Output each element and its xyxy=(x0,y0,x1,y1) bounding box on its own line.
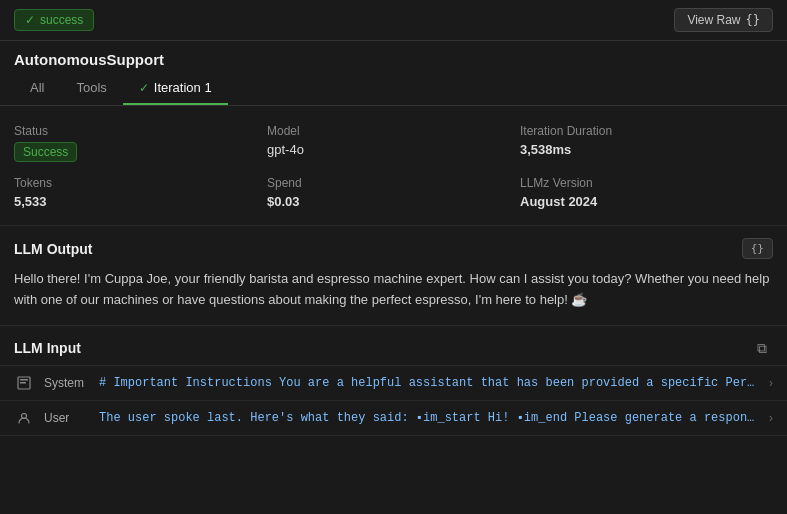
status-cell: Status Success xyxy=(14,120,267,172)
check-icon: ✓ xyxy=(25,13,35,27)
system-row-content: # Important Instructions You are a helpf… xyxy=(99,376,759,390)
status-value: Success xyxy=(14,142,267,162)
llmz-version-cell: LLMz Version August 2024 xyxy=(520,172,773,219)
iteration-duration-label: Iteration Duration xyxy=(520,124,773,138)
tab-iteration1[interactable]: ✓ Iteration 1 xyxy=(123,72,228,105)
iteration-duration-cell: Iteration Duration 3,538ms xyxy=(520,120,773,172)
view-raw-label: View Raw xyxy=(687,13,740,27)
system-icon xyxy=(14,376,34,390)
tab-tools[interactable]: Tools xyxy=(60,72,122,105)
tokens-label: Tokens xyxy=(14,176,267,190)
view-raw-icon: {} xyxy=(746,13,760,27)
tokens-value: 5,533 xyxy=(14,194,267,209)
llm-output-title: LLM Output xyxy=(14,241,93,257)
llmz-version-value: August 2024 xyxy=(520,194,773,209)
input-row-system[interactable]: System # Important Instructions You are … xyxy=(0,366,787,401)
tab-all-label: All xyxy=(30,80,44,95)
llm-input-section: LLM Input ⧉ System # Important Instructi… xyxy=(0,326,787,436)
svg-rect-2 xyxy=(20,382,26,384)
llm-output-section: LLM Output {} Hello there! I'm Cuppa Joe… xyxy=(0,226,787,326)
success-badge: ✓ success xyxy=(14,9,94,31)
user-chevron-icon: › xyxy=(769,411,773,425)
user-row-content: The user spoke last. Here's what they sa… xyxy=(99,411,759,425)
system-row-type: System xyxy=(44,376,89,390)
spend-label: Spend xyxy=(267,176,520,190)
llm-input-copy-button[interactable]: ⧉ xyxy=(751,338,773,359)
llmz-version-label: LLMz Version xyxy=(520,176,773,190)
tabs-bar: All Tools ✓ Iteration 1 xyxy=(0,72,787,106)
svg-rect-1 xyxy=(20,379,28,381)
spend-cell: Spend $0.03 xyxy=(267,172,520,219)
user-icon xyxy=(14,411,34,425)
model-value: gpt-4o xyxy=(267,142,520,157)
tab-check-icon: ✓ xyxy=(139,81,149,95)
status-success-badge: Success xyxy=(14,142,77,162)
iteration-duration-value: 3,538ms xyxy=(520,142,773,157)
status-label: Status xyxy=(14,124,267,138)
system-chevron-icon: › xyxy=(769,376,773,390)
spend-value: $0.03 xyxy=(267,194,520,209)
tab-all[interactable]: All xyxy=(14,72,60,105)
tokens-cell: Tokens 5,533 xyxy=(14,172,267,219)
input-row-user[interactable]: User The user spoke last. Here's what th… xyxy=(0,401,787,436)
user-row-type: User xyxy=(44,411,89,425)
info-grid: Status Success Model gpt-4o Iteration Du… xyxy=(0,106,787,226)
llm-output-json-button[interactable]: {} xyxy=(742,238,773,259)
tab-tools-label: Tools xyxy=(76,80,106,95)
model-label: Model xyxy=(267,124,520,138)
llm-input-title: LLM Input xyxy=(14,340,81,356)
tab-iteration1-label: Iteration 1 xyxy=(154,80,212,95)
status-badge-label: success xyxy=(40,13,83,27)
app-title: AutonomousSupport xyxy=(0,41,787,68)
llm-output-text: Hello there! I'm Cuppa Joe, your friendl… xyxy=(0,265,787,326)
llm-output-header: LLM Output {} xyxy=(0,226,787,265)
view-raw-button[interactable]: View Raw {} xyxy=(674,8,773,32)
llm-input-header: LLM Input ⧉ xyxy=(0,326,787,366)
model-cell: Model gpt-4o xyxy=(267,120,520,172)
top-bar: ✓ success View Raw {} xyxy=(0,0,787,41)
